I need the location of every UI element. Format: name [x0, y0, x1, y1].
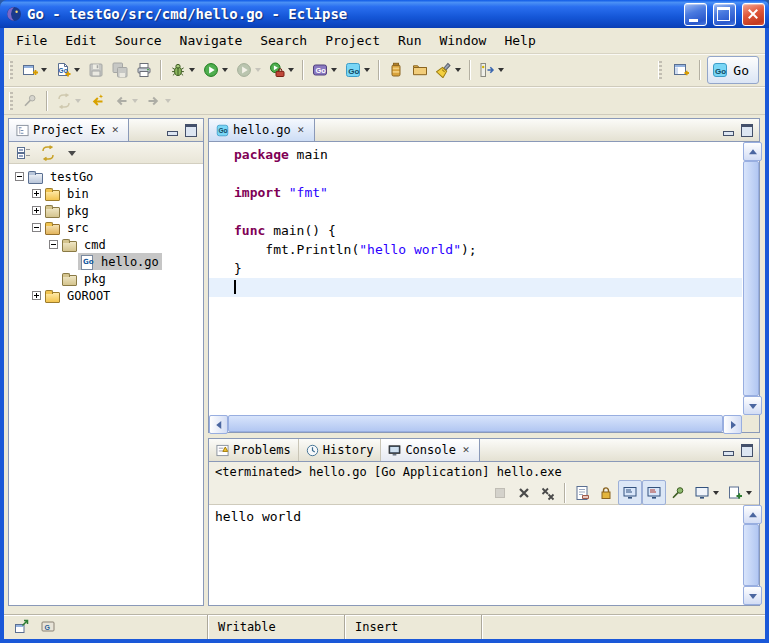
dropdown-arrow-icon[interactable] [498, 68, 504, 72]
tree-item-pkg[interactable]: pkg [9, 202, 203, 219]
tab-hello-go[interactable]: Go hello.go [209, 119, 315, 141]
scroll-up-icon[interactable] [743, 142, 762, 161]
dropdown-arrow-icon[interactable] [222, 68, 228, 72]
terminate-button[interactable] [488, 480, 512, 505]
menu-source[interactable]: Source [106, 31, 171, 51]
workspace-status-button[interactable]: G [37, 616, 59, 638]
scroll-lock-button[interactable] [594, 480, 618, 505]
tab-problems[interactable]: Problems [209, 439, 299, 461]
menu-project[interactable]: Project [316, 31, 389, 51]
menu-navigate[interactable]: Navigate [171, 31, 252, 51]
next-annotation-button[interactable] [475, 56, 508, 84]
search-button[interactable] [432, 56, 465, 84]
last-edit-location-button[interactable] [85, 87, 109, 115]
back-button[interactable] [109, 87, 142, 115]
close-icon[interactable] [295, 124, 307, 136]
show-stderr-button[interactable] [642, 480, 666, 505]
scrollbar-thumb[interactable] [228, 415, 723, 432]
title-bar[interactable]: Go - testGo/src/cmd/hello.go - Eclipse [0, 0, 769, 28]
code-line-3[interactable]: import "fmt" [209, 183, 742, 202]
dropdown-arrow-icon[interactable] [288, 68, 294, 72]
debug-button[interactable] [166, 56, 199, 84]
pin-editor-button[interactable] [18, 87, 42, 115]
collapse-all-button[interactable] [12, 141, 36, 164]
code-line-8[interactable] [209, 278, 742, 297]
menu-file[interactable]: File [7, 31, 56, 51]
tree-item-hello-go[interactable]: hello.go [9, 253, 203, 270]
gold-folder-button[interactable] [408, 56, 432, 84]
minimize-button[interactable] [684, 3, 707, 26]
scrollbar-thumb[interactable] [743, 161, 759, 396]
tab-console[interactable]: Console [381, 439, 480, 461]
forward-button[interactable] [142, 87, 175, 115]
scroll-right-icon[interactable] [723, 415, 742, 434]
dropdown-arrow-icon[interactable] [189, 68, 195, 72]
code-line-2[interactable] [209, 164, 742, 183]
scroll-left-icon[interactable] [209, 415, 228, 434]
dropdown-arrow-icon[interactable] [455, 68, 461, 72]
tree-item-pkg[interactable]: pkg [9, 270, 203, 287]
link-with-editor-button[interactable] [36, 141, 60, 164]
go-perspective-button[interactable]: Go Go [707, 56, 759, 84]
vertical-scrollbar[interactable] [742, 142, 759, 415]
close-icon[interactable] [460, 444, 472, 456]
tree-expander-icon[interactable] [32, 206, 41, 215]
fast-view-button[interactable] [11, 616, 33, 638]
new-wizard-button[interactable] [18, 56, 51, 84]
show-stdout-button[interactable] [618, 480, 642, 505]
code-line-4[interactable] [209, 202, 742, 221]
display-console-button[interactable] [690, 480, 723, 505]
link-with-editor-button[interactable] [52, 87, 85, 115]
save-button[interactable] [84, 56, 108, 84]
toolbar-grip[interactable] [9, 61, 13, 79]
tree-expander-icon[interactable] [49, 240, 58, 249]
maximize-view-button[interactable] [739, 123, 755, 137]
code-line-5[interactable]: func main() { [209, 221, 742, 240]
vertical-scrollbar[interactable] [742, 505, 759, 605]
dropdown-arrow-icon[interactable] [132, 99, 138, 103]
code-area[interactable]: package mainimport "fmt"func main() { fm… [209, 142, 742, 414]
dropdown-arrow-icon[interactable] [255, 68, 261, 72]
code-line-7[interactable]: } [209, 259, 742, 278]
minimize-view-button[interactable] [720, 123, 736, 137]
toolbar-grip[interactable] [658, 61, 662, 79]
go-package-button[interactable]: Go [308, 56, 341, 84]
horizontal-scrollbar[interactable] [209, 414, 742, 432]
print-button[interactable] [132, 56, 156, 84]
view-menu-button[interactable] [60, 141, 84, 164]
menu-edit[interactable]: Edit [56, 31, 105, 51]
tab-history[interactable]: History [299, 439, 382, 461]
menu-search[interactable]: Search [251, 31, 316, 51]
minimize-view-button[interactable] [720, 443, 736, 457]
tree-expander-icon[interactable] [32, 223, 41, 232]
console-output[interactable]: hello world [209, 505, 742, 605]
dropdown-arrow-icon[interactable] [75, 99, 81, 103]
open-jar-button[interactable] [384, 56, 408, 84]
run-button[interactable] [199, 56, 232, 84]
clear-console-button[interactable] [570, 480, 594, 505]
scroll-down-icon[interactable] [743, 586, 762, 605]
close-icon[interactable] [109, 124, 121, 136]
open-perspective-button[interactable] [669, 56, 693, 84]
menu-window[interactable]: Window [430, 31, 495, 51]
maximize-button[interactable] [713, 3, 736, 26]
remove-launch-button[interactable] [512, 480, 536, 505]
pin-console-button[interactable] [666, 480, 690, 505]
menu-run[interactable]: Run [389, 31, 430, 51]
close-button[interactable] [742, 3, 765, 26]
scroll-up-icon[interactable] [743, 505, 762, 524]
maximize-view-button[interactable] [739, 443, 755, 457]
tree-item-cmd[interactable]: cmd [9, 236, 203, 253]
tree-item-testgo[interactable]: testGo [9, 168, 203, 185]
dropdown-arrow-icon[interactable] [331, 68, 337, 72]
minimize-view-button[interactable] [164, 123, 180, 137]
tree-expander-icon[interactable] [32, 291, 41, 300]
go-launch-button[interactable]: Go [341, 56, 374, 84]
menu-help[interactable]: Help [495, 31, 544, 51]
dropdown-arrow-icon[interactable] [41, 68, 47, 72]
dropdown-arrow-icon[interactable] [713, 491, 719, 495]
open-console-button[interactable] [723, 480, 756, 505]
maximize-view-button[interactable] [183, 123, 199, 137]
run-history-button[interactable] [232, 56, 265, 84]
tree-item-src[interactable]: src [9, 219, 203, 236]
